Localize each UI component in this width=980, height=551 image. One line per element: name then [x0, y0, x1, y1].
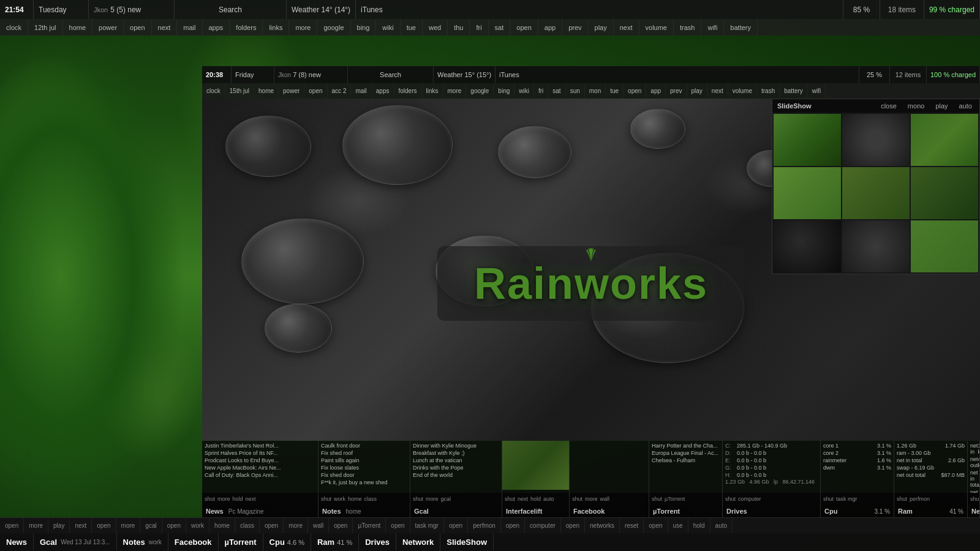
inner-action-item-home[interactable]: home	[254, 83, 279, 99]
action-item-wifi[interactable]: wifi	[701, 19, 724, 36]
action-item-clock[interactable]: clock	[0, 19, 28, 36]
action-item-next[interactable]: next	[152, 19, 178, 36]
bl-facebook[interactable]: Facebook	[168, 533, 219, 551]
bl-slideshow[interactable]: SlideShow	[440, 533, 494, 551]
ram-perfmon[interactable]: perfmon	[910, 496, 930, 502]
utorrent-item[interactable]: Harry Potter and the Cha...	[652, 442, 720, 449]
inner-action-item-open[interactable]: open	[304, 83, 327, 99]
action-item-play[interactable]: play	[589, 19, 614, 36]
news-hold[interactable]: hold	[233, 496, 243, 502]
action-item-google[interactable]: google	[317, 19, 350, 36]
bl-utorrent[interactable]: µTorrent	[219, 533, 263, 551]
net-shut[interactable]: shut	[970, 496, 980, 502]
notes-work[interactable]: work	[334, 496, 345, 502]
ba-open10[interactable]: open	[644, 518, 668, 533]
gcal-item[interactable]: Dinner with Kylie Minogue	[413, 442, 499, 449]
il-shut[interactable]: shut	[505, 496, 515, 502]
ut-shut[interactable]: shut	[652, 496, 662, 502]
action-item-home[interactable]: home	[63, 19, 93, 36]
inner-action-item-play[interactable]: play	[687, 83, 707, 99]
slideshow-thumb-2[interactable]	[842, 114, 910, 166]
interfacelift-thumb[interactable]	[502, 441, 569, 490]
slideshow-thumb-8[interactable]	[842, 220, 910, 272]
slideshow-close-btn[interactable]: close	[878, 102, 899, 110]
inner-action-item-prev[interactable]: prev	[666, 83, 687, 99]
inner-action-item-trash[interactable]: trash	[757, 83, 780, 99]
bl-network[interactable]: Network	[396, 533, 440, 551]
ba-open7[interactable]: open	[444, 518, 468, 533]
inner-action-item-mon[interactable]: mon	[585, 83, 606, 99]
drives-computer[interactable]: computer	[738, 496, 761, 502]
inner-action-item-sat[interactable]: sat	[548, 83, 565, 99]
action-item-open[interactable]: open	[510, 19, 538, 36]
action-item-battery[interactable]: battery	[724, 19, 758, 36]
inner-action-item-folders[interactable]: folders	[394, 83, 422, 99]
action-item-trash[interactable]: trash	[674, 19, 701, 36]
ba-class[interactable]: class	[235, 518, 260, 533]
il-auto[interactable]: auto	[543, 496, 554, 502]
ba-play1[interactable]: play	[48, 518, 70, 533]
ba-open2[interactable]: open	[92, 518, 116, 533]
action-item-apps[interactable]: apps	[203, 19, 230, 36]
action-item-volume[interactable]: volume	[639, 19, 674, 36]
news-item[interactable]: New Apple MacBook: Airs Ne...	[205, 464, 315, 471]
slideshow-auto-btn[interactable]: auto	[957, 102, 974, 110]
action-item-bing[interactable]: bing	[351, 19, 377, 36]
bl-cpu[interactable]: Cpu 4.6 %	[263, 533, 311, 551]
bl-ram[interactable]: Ram 41 %	[311, 533, 359, 551]
ba-gcal[interactable]: gcal	[140, 518, 162, 533]
news-shut[interactable]: shut	[205, 496, 215, 502]
ba-open8[interactable]: open	[501, 518, 525, 533]
inner-action-item-bing[interactable]: bing	[494, 83, 514, 99]
inner-action-item-next[interactable]: next	[707, 83, 728, 99]
gcal-more[interactable]: more	[426, 496, 439, 502]
ba-open9[interactable]: open	[561, 518, 585, 533]
action-item-open[interactable]: open	[124, 19, 151, 36]
ba-more3[interactable]: more	[284, 518, 308, 533]
gcal-item[interactable]: Drinks with the Pope	[413, 464, 499, 471]
gcal-item[interactable]: Breakfast with Kyle ;)	[413, 449, 499, 457]
utorrent-item[interactable]: Chelsea - Fulham	[652, 457, 720, 464]
ba-open3[interactable]: open	[162, 518, 186, 533]
action-item-app[interactable]: app	[538, 19, 562, 36]
slideshow-mono-btn[interactable]: mono	[905, 102, 927, 110]
ba-open5[interactable]: open	[329, 518, 353, 533]
slideshow-thumb-4[interactable]	[774, 167, 841, 219]
inner-action-item-wiki[interactable]: wiki	[514, 83, 534, 99]
action-item-links[interactable]: links	[263, 19, 289, 36]
news-item[interactable]: Call of Duty: Black Ops Anni...	[205, 471, 315, 479]
fb-shut[interactable]: shut	[572, 496, 582, 502]
ba-more1[interactable]: more	[24, 518, 48, 533]
bl-drives[interactable]: Drives	[359, 533, 396, 551]
ut-link[interactable]: µTorrent	[665, 496, 685, 502]
cpu-shut[interactable]: shut	[823, 496, 834, 502]
bl-news[interactable]: News	[0, 533, 34, 551]
action-item-more[interactable]: more	[289, 19, 317, 36]
ba-reset[interactable]: reset	[620, 518, 644, 533]
inner-action-item-open[interactable]: open	[624, 83, 646, 99]
drives-shut[interactable]: shut	[725, 496, 736, 502]
inner-action-item-mail[interactable]: mail	[351, 83, 371, 99]
action-item-sat[interactable]: sat	[489, 19, 511, 36]
action-item-mail[interactable]: mail	[177, 19, 202, 36]
ba-home[interactable]: home	[209, 518, 235, 533]
action-item-tue[interactable]: tue	[401, 19, 423, 36]
ram-shut[interactable]: shut	[897, 496, 907, 502]
news-item[interactable]: Sprint Halves Price of Its NF...	[205, 449, 315, 457]
action-item-fri[interactable]: fri	[470, 19, 488, 36]
ba-taskmgr[interactable]: task mgr	[410, 518, 444, 533]
bl-gcal[interactable]: Gcal Wed 13 Jul 13:3...	[34, 533, 117, 551]
ba-wall[interactable]: wall	[308, 518, 329, 533]
bl-notes[interactable]: Notes work	[117, 533, 168, 551]
slideshow-thumb-7[interactable]	[774, 220, 841, 272]
slideshow-thumb-9[interactable]	[911, 220, 978, 272]
action-item-thu[interactable]: thu	[448, 19, 470, 36]
slideshow-play-btn[interactable]: play	[933, 102, 950, 110]
inner-action-item-google[interactable]: google	[466, 83, 494, 99]
ba-hold[interactable]: hold	[688, 518, 710, 533]
news-item[interactable]: Prodcast Looks to End Buye...	[205, 457, 315, 464]
inner-action-item-battery[interactable]: battery	[780, 83, 808, 99]
inner-action-item-acc 2[interactable]: acc 2	[328, 83, 352, 99]
news-item[interactable]: Justin Timberlake's Next Rol...	[205, 442, 315, 449]
inner-action-item-clock[interactable]: clock	[202, 83, 225, 99]
